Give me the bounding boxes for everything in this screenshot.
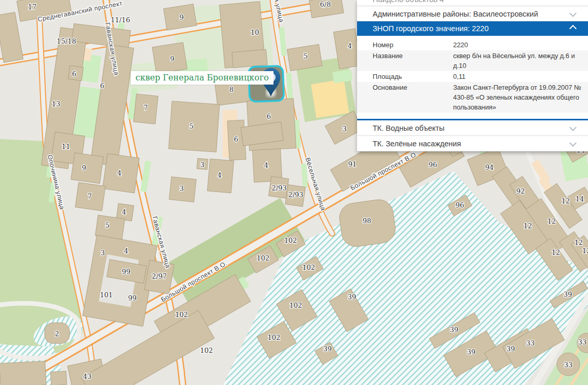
section-label: Административные районы: Василеостровски…	[373, 10, 538, 18]
building-number-label: 39	[348, 293, 357, 301]
section-water-objects[interactable]: ТК. Водные объекты	[357, 120, 588, 135]
building-number-label: 12	[524, 222, 532, 230]
building-number-label: 6/8	[320, 1, 331, 8]
building-number-label: 10	[251, 29, 259, 36]
building-number-label: 3	[180, 185, 184, 192]
building-number-label: 12	[552, 249, 560, 256]
building-number-label: 9	[170, 55, 174, 63]
details-row: ОснованиеЗакон Санкт-Петербурга от 19.09…	[357, 82, 588, 113]
chevron-up-icon	[569, 25, 577, 32]
building-number-label: 98	[363, 217, 372, 225]
details-row: Номер2220	[357, 39, 588, 50]
building-number-label: 39	[467, 348, 476, 356]
selected-object-label: сквер Генерала Броневицкого	[131, 71, 274, 85]
building-number-label: 33	[578, 338, 587, 346]
building-number-label: 39	[323, 345, 332, 353]
building-number-label: 7	[88, 192, 92, 200]
building-number-label: 102	[257, 254, 270, 262]
building-number-label: 102	[200, 347, 213, 354]
section-label: ТК. Зелёные насаждения	[373, 140, 461, 148]
building-number-label: 15/18	[57, 37, 76, 45]
section-znop[interactable]: ЗНОП городского значения: 2220	[357, 21, 588, 36]
chevron-down-icon	[569, 139, 577, 146]
building-number-label: 6	[234, 135, 238, 143]
building-number-label: 102	[284, 237, 297, 244]
details-label: Основание	[357, 82, 453, 112]
building-number-label: 3	[101, 249, 105, 257]
details-label: Название	[357, 51, 453, 71]
building-number-label: 9	[180, 13, 184, 21]
building-number-label: 39	[564, 291, 572, 298]
building-number-label: 4	[348, 42, 352, 50]
building-number-label: 4	[217, 171, 222, 179]
building-number-label: 5	[304, 52, 308, 60]
building-number-label: 96	[456, 201, 464, 209]
section-administrative-districts[interactable]: Административные районы: Василеостровски…	[357, 6, 588, 21]
section-label: ТК. Водные объекты	[373, 124, 444, 132]
details-row: Названиесквер б/н на Вёсельной ул. между…	[357, 50, 588, 71]
building-number-label: 33	[526, 339, 535, 347]
building-number-label: 4	[264, 161, 268, 169]
building-number-label: 4	[117, 169, 121, 177]
chevron-down-icon	[569, 123, 577, 131]
building-number-label: 99	[122, 268, 131, 276]
building-number-label: 2/93	[288, 191, 303, 199]
building-number-label: 39	[450, 326, 459, 334]
building-number-label: 2	[55, 330, 59, 338]
building-number-label: 12	[575, 239, 583, 246]
building-number-label: 101	[100, 291, 113, 299]
details-label: Площадь	[357, 72, 453, 81]
building-number-label: 13	[52, 100, 61, 108]
building-number-label: 2/93	[271, 184, 286, 192]
building-number-label: 9	[82, 164, 86, 172]
details-value: 2220	[453, 40, 584, 50]
building-number-label: 4	[124, 247, 128, 255]
building-number-label: 11	[62, 143, 71, 150]
building-number-label: 12	[582, 247, 588, 255]
details-value: Закон Санкт-Петербурга от 19.09.2007 № 4…	[453, 82, 584, 112]
building-number-label: 17	[28, 3, 37, 11]
building-number-label: 6	[267, 113, 271, 120]
building-number-label: 96	[429, 161, 437, 169]
building-number-label: 7	[144, 104, 148, 112]
building-number-label: 94	[485, 163, 494, 171]
building-number-label: 8	[229, 86, 234, 93]
results-count: Найдено объектов 4	[357, 0, 588, 6]
info-panel: Найдено объектов 4 Административные райо…	[357, 0, 588, 152]
building-number-label: 4	[122, 208, 126, 216]
details-row: Площадь0,11	[357, 71, 588, 82]
building-number-label: 3	[343, 125, 347, 133]
building-number-label: 99	[128, 294, 137, 302]
chevron-down-icon	[569, 9, 577, 17]
building-number-label: 5	[189, 122, 194, 130]
building-number-label: 14	[576, 195, 584, 203]
building-number-label: 39	[507, 345, 515, 353]
building-number-label: 3	[200, 161, 204, 169]
building-number-label: 6	[72, 70, 76, 78]
building-number-label: 6	[100, 82, 104, 90]
building-number-label: 43	[83, 373, 92, 380]
details-label: Номер	[357, 40, 453, 50]
building-number-label: 102	[290, 301, 303, 309]
building-number-label: 33	[564, 361, 573, 369]
building-number-label: 91	[348, 160, 357, 168]
map-application: Среднегаванский проспектГаванская улицаГ…	[0, 0, 588, 385]
building-number-label: 2/97	[152, 272, 167, 280]
section-label: ЗНОП городского значения: 2220	[373, 24, 488, 33]
building-number-label: 11/16	[111, 16, 130, 24]
building-number-label: 102	[175, 311, 188, 319]
building-number-label: 102	[303, 264, 316, 271]
panel-bottom-edge	[357, 151, 588, 152]
section-green-plantings[interactable]: ТК. Зелёные насаждения	[357, 136, 588, 151]
building-number-label: 92	[516, 187, 525, 195]
building-number-label: 5	[105, 222, 110, 229]
building-number-label: 102	[268, 334, 281, 341]
building-number-label: 12	[562, 197, 570, 205]
details-value: сквер б/н на Вёсельной ул. между д.6 и д…	[453, 51, 584, 71]
building-number-label: 12	[548, 217, 556, 225]
znop-details-table: Номер2220Названиесквер б/н на Вёсельной …	[357, 36, 588, 119]
details-value: 0,11	[453, 72, 584, 81]
